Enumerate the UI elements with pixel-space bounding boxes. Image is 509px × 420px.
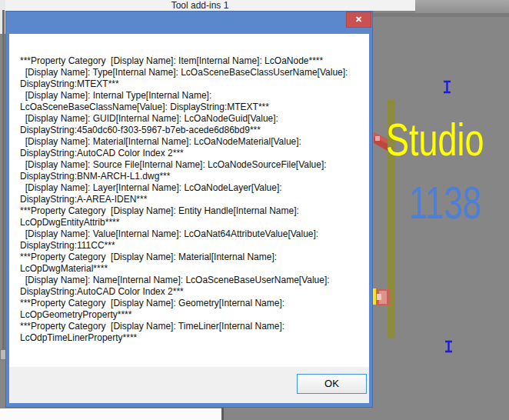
ribbon-shadow [373, 13, 509, 17]
ok-button[interactable]: OK [297, 374, 367, 394]
ibeam-marker-icon [442, 80, 452, 97]
tag-flag-icon [373, 287, 391, 309]
ribbon-strip-right [415, 0, 509, 13]
ibeam-marker-icon [444, 340, 454, 356]
panel-edge-line [2, 10, 5, 350]
dialog-titlebar[interactable]: ✕ [6, 12, 372, 35]
room-number-label: 1138 [409, 180, 481, 226]
dialog-message: ***Property Category [Display Name]: Ite… [20, 55, 348, 344]
studio-label: Studio [386, 117, 484, 163]
panel-divider [221, 408, 224, 420]
properties-message-dialog: ✕ ***Property Category [Display Name]: I… [5, 11, 373, 408]
close-icon: ✕ [355, 15, 362, 24]
tab-tool-add-ins[interactable]: Tool add-ins 1 [123, 0, 277, 11]
dialog-content: ***Property Category [Display Name]: Ite… [9, 34, 369, 367]
app-screen: Tool add-ins 1 Studio 1138 [0, 0, 509, 420]
close-button[interactable]: ✕ [346, 12, 371, 28]
bottom-panel [0, 408, 221, 420]
dialog-footer: OK [9, 367, 369, 403]
